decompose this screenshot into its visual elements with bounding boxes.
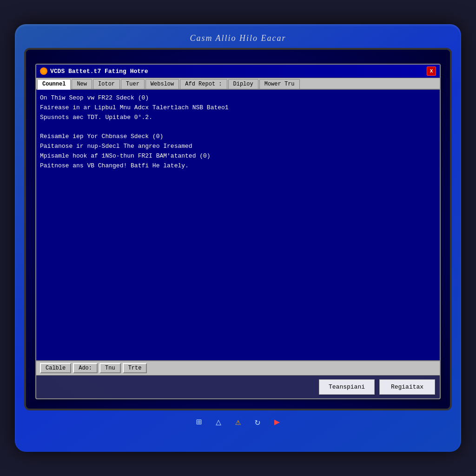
action-btn-teanspiani[interactable]: Teanspiani <box>319 379 375 395</box>
tab-diploy[interactable]: Diploy <box>228 79 258 89</box>
bottom-btn-calble[interactable]: Calble <box>40 363 71 373</box>
tab-bar: CounnelNewIotorTuerWebslowAfd Repot :Dip… <box>36 78 440 90</box>
close-button[interactable]: X <box>427 66 436 76</box>
refresh-icon[interactable]: ↻ <box>255 416 260 428</box>
tab-tuer[interactable]: Tuer <box>121 79 145 89</box>
tab-iotor[interactable]: Iotor <box>93 79 120 89</box>
main-window: VCDS Battet.t7 Fating Hotre X CounnelNew… <box>35 64 441 399</box>
bottom-btn-ado-[interactable]: Ado: <box>73 363 98 373</box>
window-titlebar: VCDS Battet.t7 Fating Hotre X <box>36 65 440 78</box>
content-area: On Thiw Seop vw FR22 Sdeck (0) Fairease … <box>36 90 440 360</box>
action-btn-regiaitax[interactable]: Regiaitax <box>379 379 435 395</box>
tab-afd-repot--[interactable]: Afd Repot : <box>180 79 227 89</box>
window-title-text: VCDS Battet.t7 Fating Hotre <box>50 68 148 75</box>
tab-webslow[interactable]: Webslow <box>145 79 179 89</box>
window-app-icon <box>40 67 47 75</box>
tab-mower-tru[interactable]: Mower Tru <box>259 79 300 89</box>
window-title: VCDS Battet.t7 Fating Hotre <box>40 67 148 75</box>
log-output: On Thiw Seop vw FR22 Sdeck (0) Fairease … <box>40 93 436 171</box>
screen: VCDS Battet.t7 Fating Hotre X CounnelNew… <box>24 48 452 410</box>
action-buttons-row: TeanspianiRegiaitax <box>36 375 440 398</box>
device-label: Casm Allio Hilo Eacar <box>190 33 286 43</box>
play-icon[interactable]: ▶ <box>274 416 280 428</box>
save-icon[interactable]: ⊞ <box>196 416 202 428</box>
tab-new[interactable]: New <box>72 79 92 89</box>
hardware-button-bar: ⊞△⚠↻▶ <box>24 410 452 428</box>
device-body: Casm Allio Hilo Eacar VCDS Battet.t7 Fat… <box>15 24 461 452</box>
bottom-btn-tnu[interactable]: Tnu <box>99 363 121 373</box>
warning-icon[interactable]: ⚠ <box>235 416 241 428</box>
bottom-toolbar: CalbleAdo:TnuTrte <box>36 360 440 375</box>
triangle-icon[interactable]: △ <box>216 416 221 428</box>
bottom-btn-trte[interactable]: Trte <box>123 363 147 373</box>
tab-counnel[interactable]: Counnel <box>37 79 71 90</box>
